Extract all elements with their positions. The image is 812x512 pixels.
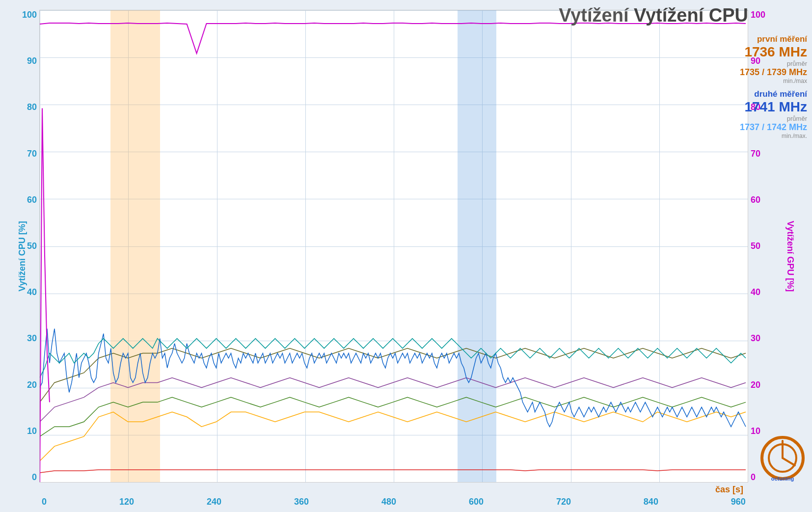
legend-first-prumer: průměr bbox=[704, 60, 807, 67]
y-tick-0: 0 bbox=[32, 472, 37, 483]
x-tick-720: 720 bbox=[556, 497, 571, 507]
legend-second-mhz: 1741 MHz bbox=[704, 99, 807, 115]
legend-second-prumer: průměr bbox=[704, 115, 807, 122]
legend-first-mhz: 1736 MHz bbox=[704, 44, 807, 60]
cpu-red-line bbox=[40, 470, 746, 473]
svg-line-3 bbox=[783, 458, 795, 465]
chart-container: Vytížení Vytížení CPU Vytížení CPU [%] V… bbox=[0, 0, 812, 512]
y-right-tick-20: 20 bbox=[751, 380, 760, 390]
y-right-tick-60: 60 bbox=[751, 195, 760, 205]
x-tick-480: 480 bbox=[381, 497, 396, 507]
y-tick-60: 60 bbox=[27, 195, 37, 205]
cpu-purple-line bbox=[40, 377, 746, 422]
x-tick-360: 360 bbox=[294, 497, 309, 507]
y-right-tick-70: 70 bbox=[751, 149, 760, 159]
legend-first-minmax-label: min./max bbox=[704, 78, 807, 84]
x-tick-240: 240 bbox=[207, 497, 221, 507]
gpu-line bbox=[40, 23, 746, 54]
legend-area: první měření 1736 MHz průměr 1735 / 1739… bbox=[704, 34, 807, 139]
y-tick-10: 10 bbox=[27, 426, 37, 436]
y-tick-20: 20 bbox=[27, 380, 37, 390]
title-cpu: Vytížení CPU bbox=[634, 5, 748, 26]
cpu-blue-line bbox=[40, 329, 746, 427]
initial-spike bbox=[40, 108, 50, 482]
legend-second-minmax-label: min./max. bbox=[704, 133, 807, 139]
y-tick-30: 30 bbox=[27, 333, 37, 344]
y-tick-70: 70 bbox=[27, 149, 37, 159]
legend-second-label: druhé měření bbox=[704, 89, 807, 99]
y-tick-50: 50 bbox=[27, 241, 37, 251]
legend-first-label: první měření bbox=[704, 34, 807, 44]
logo: octuning bbox=[758, 433, 807, 483]
x-tick-960: 960 bbox=[731, 497, 746, 507]
x-tick-600: 600 bbox=[469, 497, 484, 507]
chart-title: Vytížení Vytížení CPU bbox=[559, 5, 748, 26]
svg-text:octuning: octuning bbox=[771, 476, 794, 482]
y-tick-80: 80 bbox=[27, 102, 37, 112]
x-axis-label: čas [s] bbox=[715, 485, 743, 495]
legend-second-minmax: 1737 / 1742 MHz bbox=[704, 122, 807, 133]
y-right-tick-50: 50 bbox=[751, 241, 760, 251]
x-tick-840: 840 bbox=[644, 497, 658, 507]
chart-svg bbox=[40, 10, 748, 482]
y-right-tick-0: 0 bbox=[751, 472, 756, 483]
x-tick-120: 120 bbox=[119, 497, 134, 507]
y-tick-90: 90 bbox=[27, 56, 37, 66]
x-axis: 0 120 240 360 480 600 720 840 960 bbox=[39, 497, 748, 507]
x-tick-0: 0 bbox=[42, 497, 47, 507]
chart-area bbox=[39, 10, 748, 483]
cpu-darkolive-line bbox=[40, 349, 746, 403]
y-tick-40: 40 bbox=[27, 287, 37, 297]
y-right-tick-40: 40 bbox=[751, 287, 760, 297]
legend-first-minmax: 1735 / 1739 MHz bbox=[704, 67, 807, 78]
y-tick-100: 100 bbox=[22, 10, 37, 20]
y-right-tick-100: 100 bbox=[751, 10, 765, 20]
y-right-tick-30: 30 bbox=[751, 333, 760, 344]
cpu-orange-line bbox=[40, 412, 746, 461]
y-axis-left: 100 90 80 70 60 50 40 30 20 10 0 bbox=[0, 10, 39, 483]
